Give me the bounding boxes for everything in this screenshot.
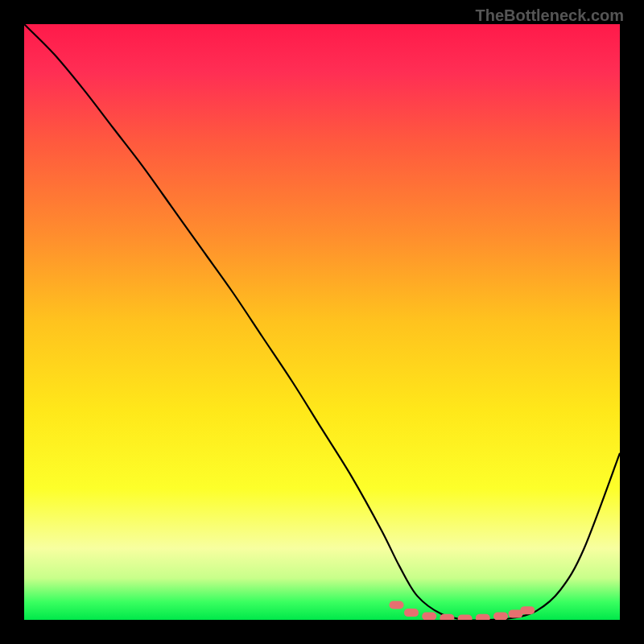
watermark-text: TheBottleneck.com: [476, 6, 624, 25]
valley-marker: [422, 613, 436, 620]
valley-marker: [404, 609, 419, 617]
valley-marker: [476, 614, 490, 620]
bottleneck-curve: [24, 24, 620, 620]
valley-markers: [390, 601, 535, 621]
valley-marker: [520, 606, 535, 614]
plot-area: [24, 24, 620, 620]
valley-marker: [493, 613, 508, 620]
valley-marker: [458, 615, 473, 620]
valley-marker: [440, 614, 454, 620]
chart-svg: [24, 24, 620, 620]
valley-marker: [390, 601, 404, 609]
